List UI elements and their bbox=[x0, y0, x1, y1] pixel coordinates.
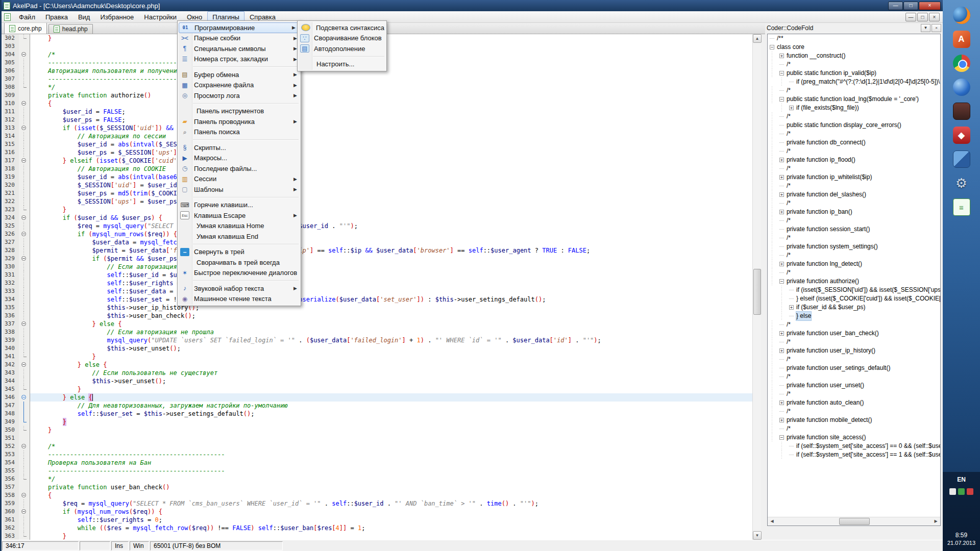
expand-box-icon[interactable]: + bbox=[779, 175, 784, 180]
fold-marker[interactable] bbox=[23, 467, 24, 475]
fold-gutter[interactable] bbox=[19, 238, 30, 246]
fold-marker[interactable] bbox=[23, 459, 24, 467]
fold-marker[interactable] bbox=[23, 59, 24, 67]
menu-item-Быстрое-переключение-диалогов[interactable]: ✶Быстрое переключение диалогов bbox=[178, 268, 301, 279]
fold-marker[interactable] bbox=[21, 232, 26, 236]
menu-item-Настроить-[interactable]: Настроить... bbox=[298, 59, 386, 70]
fold-gutter[interactable] bbox=[19, 140, 30, 148]
fold-gutter[interactable] bbox=[19, 148, 30, 157]
code-line-319[interactable]: 319 $user_id = abs(intval(base64_decode(… bbox=[3, 173, 752, 181]
fold-gutter[interactable] bbox=[19, 410, 30, 418]
code-line-342[interactable]: 342 } else { bbox=[3, 361, 752, 369]
fold-gutter[interactable] bbox=[19, 181, 30, 189]
fold-gutter[interactable] bbox=[19, 459, 30, 467]
code-line-351[interactable]: 351 bbox=[3, 434, 752, 442]
fold-gutter[interactable] bbox=[19, 59, 30, 67]
fold-marker[interactable] bbox=[23, 328, 24, 336]
menubar-item-Настройки[interactable]: Настройки bbox=[139, 11, 182, 23]
menu-item-Машинное-чтение-текста[interactable]: ◉Машинное чтение текста bbox=[178, 294, 301, 305]
fold-gutter[interactable] bbox=[19, 132, 30, 140]
menu-item-Парные-скобки[interactable]: ><Парные скобки▶ bbox=[178, 33, 301, 44]
fold-marker[interactable] bbox=[23, 132, 24, 140]
code-line-324[interactable]: 324 if ($user_id && $user_ps) { bbox=[3, 214, 752, 222]
fold-marker[interactable] bbox=[23, 369, 24, 377]
fold-gutter[interactable] bbox=[19, 206, 30, 214]
code-line-316[interactable]: 316 $user_ps = $_SESSION['ups']; bbox=[3, 148, 752, 157]
menu-item-Сворачивание-блоков[interactable]: ∵Сворачивание блоков bbox=[298, 33, 386, 44]
tree-item[interactable]: /* bbox=[768, 182, 940, 190]
tree-item[interactable]: +private function auto_clean() bbox=[768, 398, 940, 407]
tree-item[interactable]: +private function del_slashes() bbox=[768, 190, 940, 199]
fold-gutter[interactable] bbox=[19, 255, 30, 263]
collapse-box-icon[interactable]: − bbox=[779, 435, 784, 440]
panel-dropdown-button[interactable]: ▼ bbox=[921, 24, 930, 32]
fold-marker[interactable] bbox=[23, 344, 24, 353]
tree-item[interactable]: −class core bbox=[768, 43, 940, 52]
code-line-341[interactable]: 341 } bbox=[3, 353, 752, 361]
fold-marker[interactable] bbox=[23, 312, 24, 320]
tray-app-icon-3[interactable] bbox=[967, 488, 973, 495]
fold-gutter[interactable] bbox=[19, 369, 30, 377]
fold-gutter[interactable] bbox=[19, 475, 30, 483]
fold-marker[interactable] bbox=[21, 509, 26, 514]
tree-item[interactable]: /* bbox=[768, 372, 940, 381]
tree-item[interactable]: private function db_connect() bbox=[768, 138, 940, 147]
code-line-330[interactable]: 330 // Если авторизация прошла успешно bbox=[3, 263, 752, 271]
expand-box-icon[interactable]: + bbox=[779, 158, 784, 162]
mdi-restore-button[interactable]: □ bbox=[917, 13, 928, 21]
fold-gutter[interactable] bbox=[19, 263, 30, 271]
menu-item-Специальные-символы[interactable]: ¶Специальные символы▶ bbox=[178, 43, 301, 54]
code-line-318[interactable]: 318 // Авторизация по COOKIE bbox=[3, 165, 752, 173]
fold-gutter[interactable] bbox=[19, 393, 30, 402]
menu-item-Шаблоны[interactable]: ▢Шаблоны▶ bbox=[178, 184, 301, 195]
code-line-335[interactable]: 335 $this->user_ip_history(); bbox=[3, 304, 752, 312]
fold-gutter[interactable] bbox=[19, 304, 30, 312]
code-line-344[interactable]: 344 $this->user_unset(); bbox=[3, 377, 752, 385]
fold-marker[interactable] bbox=[23, 499, 24, 508]
code-line-313[interactable]: 313 if (isset($_SESSION['uid']) && isset… bbox=[3, 124, 752, 132]
tree-item[interactable]: /* bbox=[768, 147, 940, 156]
fold-gutter[interactable] bbox=[19, 524, 30, 532]
code-line-340[interactable]: 340 $this->user_unset(); bbox=[3, 344, 752, 353]
editor-vertical-scrollbar[interactable]: ▲ ▼ bbox=[752, 34, 761, 540]
expand-box-icon[interactable]: + bbox=[789, 106, 794, 110]
code-line-360[interactable]: 360 if (mysql_num_rows($req)) { bbox=[3, 508, 752, 516]
fold-marker[interactable] bbox=[23, 173, 24, 181]
fold-marker[interactable] bbox=[21, 493, 26, 497]
fold-gutter[interactable] bbox=[19, 328, 30, 336]
fold-gutter[interactable] bbox=[19, 222, 30, 230]
menubar-item-Избранное[interactable]: Избранное bbox=[95, 11, 139, 23]
code-line-320[interactable]: 320 $_SESSION['uid'] = $user_id; bbox=[3, 181, 752, 189]
fold-gutter[interactable] bbox=[19, 42, 30, 51]
blue-sphere-app-icon[interactable] bbox=[953, 79, 970, 96]
menu-item-Номера-строк,-закладки[interactable]: ☰Номера строк, закладки▶ bbox=[178, 54, 301, 65]
collapse-box-icon[interactable]: − bbox=[770, 45, 774, 49]
fold-gutter[interactable] bbox=[19, 287, 30, 295]
expand-box-icon[interactable]: + bbox=[779, 418, 784, 422]
tree-item[interactable]: if (isset($_SESSION['uid']) && isset($_S… bbox=[768, 286, 940, 294]
fold-marker[interactable] bbox=[23, 181, 24, 189]
tree-item[interactable]: −public static function ip_valid($ip) bbox=[768, 69, 940, 78]
tree-item[interactable]: +private function ip_ban() bbox=[768, 208, 940, 216]
tray-clock[interactable]: 8:59 bbox=[955, 532, 967, 539]
tree-item[interactable]: +private function ip_whitelist($ip) bbox=[768, 173, 940, 182]
menubar-item-Вид[interactable]: Вид bbox=[73, 11, 95, 23]
tree-item[interactable]: /* bbox=[768, 164, 940, 173]
tab-core.php[interactable]: core.php bbox=[4, 22, 47, 34]
panel-close-button[interactable]: × bbox=[932, 24, 941, 32]
fold-marker[interactable] bbox=[23, 377, 24, 385]
fold-gutter[interactable] bbox=[19, 508, 30, 516]
code-line-323[interactable]: 323 } bbox=[3, 206, 752, 214]
dark-app-icon[interactable] bbox=[953, 103, 970, 120]
mdi-document-icon[interactable] bbox=[4, 13, 11, 21]
fold-marker[interactable] bbox=[23, 402, 24, 410]
code-line-349[interactable]: 349 } bbox=[3, 418, 752, 426]
collapse-box-icon[interactable]: − bbox=[779, 71, 784, 76]
fold-marker[interactable] bbox=[23, 295, 24, 304]
fold-gutter[interactable] bbox=[19, 532, 30, 540]
tree-item[interactable]: +private function lng_detect() bbox=[768, 260, 940, 268]
fold-gutter[interactable] bbox=[19, 353, 30, 361]
menu-item-Программирование[interactable]: 01Программирование▶ bbox=[179, 22, 300, 33]
fold-gutter[interactable] bbox=[19, 377, 30, 385]
fold-marker[interactable] bbox=[23, 336, 24, 344]
